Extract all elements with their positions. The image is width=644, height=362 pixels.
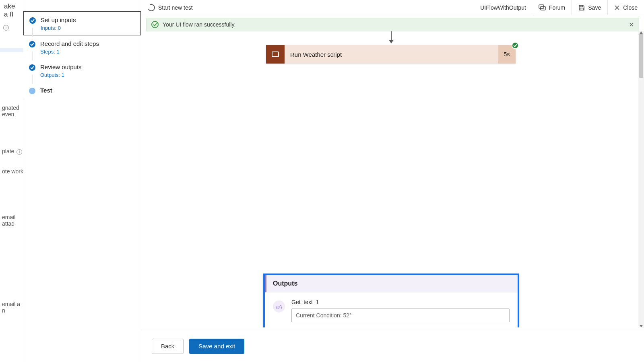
svg-rect-3 xyxy=(580,8,583,10)
step-setup-inputs[interactable]: Set up inputs Inputs: 0 xyxy=(23,11,141,35)
bg-text-2: platei xyxy=(2,148,22,155)
step-subtitle: Outputs: 1 xyxy=(40,72,82,78)
background-panel: ake a fl i gnated even platei ote work e… xyxy=(0,0,24,362)
scrollbar-thumb[interactable] xyxy=(639,34,643,78)
bg-text-1: gnated even xyxy=(2,105,24,117)
bg-text-3: ote work xyxy=(2,168,23,175)
flow-name: UIFlowWithOutput xyxy=(475,4,532,11)
script-icon xyxy=(266,45,285,64)
save-button[interactable]: Save xyxy=(572,0,607,15)
step-record-edit[interactable]: Record and edit steps Steps: 1 xyxy=(23,35,141,59)
back-label: Back xyxy=(161,343,174,350)
outputs-panel: Outputs aA Get_text_1 xyxy=(263,274,519,327)
success-banner: Your UI flow ran successfully. ✕ xyxy=(146,18,639,31)
step-title: Test xyxy=(40,87,52,94)
svg-rect-2 xyxy=(580,5,582,7)
step-done-icon xyxy=(29,64,35,71)
run-step-label: Run Weather script xyxy=(285,45,498,64)
success-icon xyxy=(151,21,159,28)
step-title: Set up inputs xyxy=(41,16,76,23)
forum-icon xyxy=(539,4,546,11)
output-value-field[interactable] xyxy=(291,309,510,322)
save-icon xyxy=(578,4,585,11)
header-bar: Start new test UIFlowWithOutput Forum Sa… xyxy=(141,0,644,15)
close-button[interactable]: Close xyxy=(607,0,644,15)
start-new-test-label: Start new test xyxy=(158,4,193,11)
footer-bar: Back Save and exit xyxy=(141,330,644,362)
bg-text-5: email a n xyxy=(2,301,24,314)
output-name: Get_text_1 xyxy=(291,299,510,305)
save-label: Save xyxy=(588,4,601,11)
back-button[interactable]: Back xyxy=(152,339,184,354)
banner-close-icon[interactable]: ✕ xyxy=(629,21,634,29)
close-icon xyxy=(614,5,620,10)
success-badge-icon xyxy=(512,42,519,49)
step-subtitle: Inputs: 0 xyxy=(41,25,76,31)
flow-arrow-icon xyxy=(391,31,392,43)
outputs-title: Outputs xyxy=(265,275,518,292)
text-output-icon: aA xyxy=(273,300,285,313)
vertical-scrollbar[interactable] xyxy=(638,31,644,327)
step-test[interactable]: Test xyxy=(23,82,141,98)
forum-button[interactable]: Forum xyxy=(532,0,572,15)
save-and-exit-button[interactable]: Save and exit xyxy=(189,339,244,354)
main-area: Start new test UIFlowWithOutput Forum Sa… xyxy=(141,0,644,362)
step-title: Record and edit steps xyxy=(40,40,99,47)
start-new-test-button[interactable]: Start new test xyxy=(141,4,193,11)
step-done-icon xyxy=(29,41,35,47)
steps-panel: Set up inputs Inputs: 0 Record and edit … xyxy=(23,11,141,98)
banner-text: Your UI flow ran successfully. xyxy=(163,21,235,28)
refresh-icon xyxy=(147,3,156,12)
canvas: Run Weather script 5s Outputs aA Get_tex… xyxy=(141,31,639,327)
save-exit-label: Save and exit xyxy=(198,343,235,350)
run-weather-script-step[interactable]: Run Weather script 5s xyxy=(266,45,516,64)
step-title: Review outputs xyxy=(40,64,82,70)
step-review-outputs[interactable]: Review outputs Outputs: 1 xyxy=(23,59,141,82)
step-done-icon xyxy=(29,17,36,24)
forum-label: Forum xyxy=(549,4,565,11)
bg-text-4: email attac xyxy=(2,214,24,227)
step-subtitle: Steps: 1 xyxy=(40,49,99,55)
close-label: Close xyxy=(623,4,638,11)
step-current-icon xyxy=(29,88,35,94)
make-flow-heading: ake a fl xyxy=(0,0,24,21)
scroll-down-icon[interactable] xyxy=(640,325,643,327)
info-icon: i xyxy=(3,25,9,31)
